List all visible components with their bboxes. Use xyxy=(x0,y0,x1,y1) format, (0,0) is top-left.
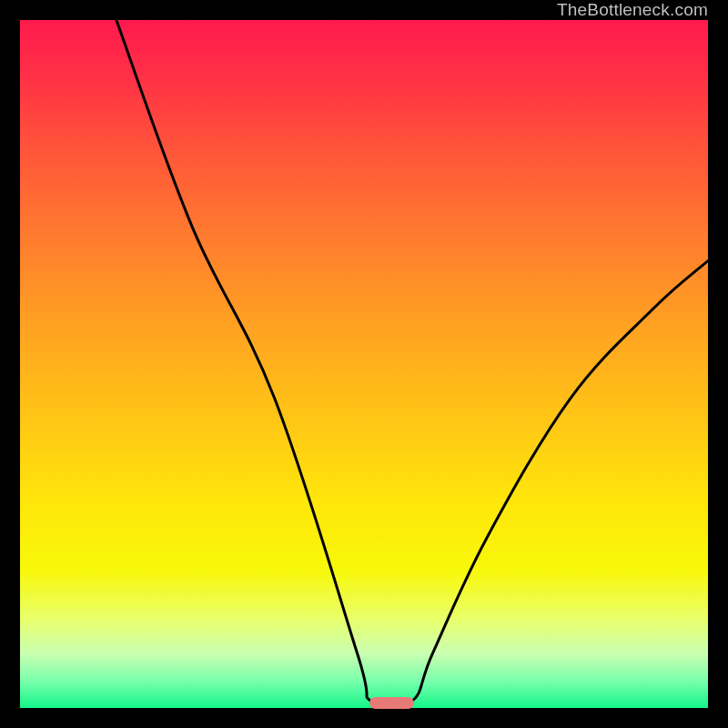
watermark-text: TheBottleneck.com xyxy=(557,0,708,20)
plot-area xyxy=(20,20,708,708)
chart-frame: TheBottleneck.com xyxy=(0,0,728,728)
optimal-marker xyxy=(369,697,414,710)
bottleneck-curve xyxy=(20,20,708,708)
